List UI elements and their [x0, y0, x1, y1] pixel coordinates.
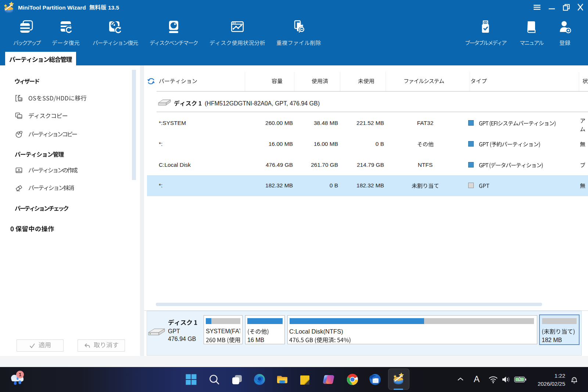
svg-text:z: z	[573, 378, 574, 381]
svg-text:z: z	[575, 377, 576, 379]
